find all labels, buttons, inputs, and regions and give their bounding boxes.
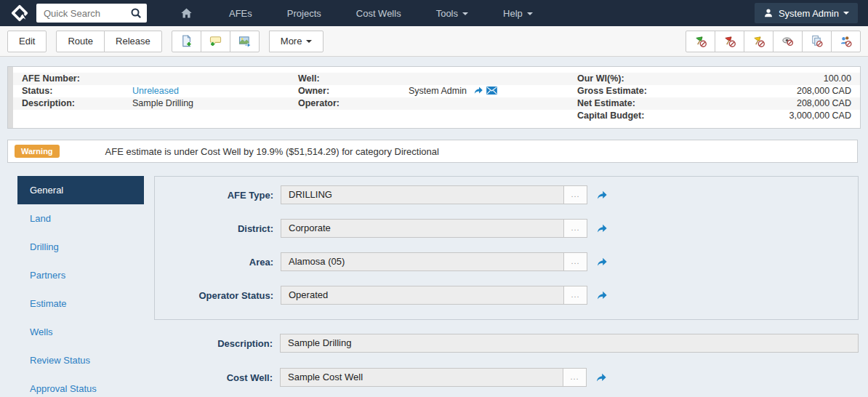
our-wi-value: 100.00	[699, 73, 851, 85]
partners-disabled-icon	[840, 35, 852, 47]
yellow-flag-disabled-icon	[752, 35, 765, 47]
chevron-down-icon	[527, 12, 533, 15]
sidebar-item-review-status[interactable]: Review Status	[17, 346, 144, 374]
email-owner-icon[interactable]	[486, 87, 497, 95]
warning-panel: Warning AFE estimate is under Cost Well …	[7, 140, 858, 163]
watch-disabled-icon	[781, 35, 794, 47]
cost-well-field-row: Cost Well: Sample Cost Well ...	[154, 368, 859, 387]
goto-area-icon[interactable]	[596, 256, 608, 268]
sidebar-item-general[interactable]: General	[17, 176, 144, 204]
status-label: Status:	[22, 85, 132, 97]
nav-item-help[interactable]: Help	[503, 8, 533, 19]
goto-district-icon[interactable]	[596, 222, 608, 234]
afe-number-label: AFE Number:	[22, 73, 132, 85]
summary-row: AFE Number: Well: Our WI(%): 100.00	[13, 73, 860, 85]
panel-left-strip	[8, 67, 13, 128]
description-input[interactable]: Sample Drilling	[280, 334, 859, 353]
afe-number-value	[132, 73, 298, 85]
sidebar-item-partners[interactable]: Partners	[17, 261, 144, 289]
sidebar-item-estimate[interactable]: Estimate	[17, 289, 144, 318]
copy-disabled-button[interactable]	[802, 31, 832, 52]
cost-well-lookup-button[interactable]: ...	[563, 368, 587, 387]
afe-type-lookup-button[interactable]: ...	[563, 185, 587, 204]
goto-cost-well-icon[interactable]	[595, 372, 607, 383]
area-label: Area:	[155, 257, 273, 268]
net-estimate-label: Net Estimate:	[577, 97, 699, 110]
add-document-button[interactable]	[172, 31, 201, 52]
chevron-down-icon	[462, 12, 468, 15]
operator-status-label: Operator Status:	[155, 290, 273, 301]
owner-value: System Admin	[409, 85, 577, 97]
description-label: Description:	[22, 97, 132, 110]
warning-message: AFE estimate is under Cost Well by 19.9%…	[105, 146, 439, 157]
operator-label: Operator:	[298, 97, 409, 110]
sidebar-item-approval-status[interactable]: Approval Status	[17, 374, 144, 397]
district-input[interactable]: Corporate	[281, 219, 564, 238]
status-unreleased-link[interactable]: Unreleased	[132, 86, 179, 96]
goto-owner-icon[interactable]	[473, 85, 483, 95]
district-label: District:	[155, 223, 273, 234]
summary-row: Status: Unreleased Owner: System Admin G…	[13, 85, 860, 97]
clear-green-flag-button[interactable]	[686, 31, 715, 52]
cost-well-input[interactable]: Sample Cost Well	[280, 368, 563, 387]
capital-budget-label: Capital Budget:	[577, 110, 699, 122]
stop-watching-button[interactable]	[773, 31, 803, 52]
home-icon[interactable]	[180, 7, 193, 19]
chevron-down-icon	[843, 12, 849, 15]
add-comment-button[interactable]	[201, 31, 230, 52]
sidebar-item-land[interactable]: Land	[17, 204, 144, 233]
green-flag-disabled-icon	[694, 35, 707, 47]
capital-budget-value: 3,000,000 CAD	[699, 110, 851, 122]
warning-badge: Warning	[15, 145, 60, 158]
user-icon	[763, 8, 773, 18]
user-name-label: System Admin	[779, 8, 839, 19]
operator-status-field-row: Operator Status: Operated ...	[155, 286, 858, 305]
action-toolbar: Edit Route Release	[0, 26, 868, 57]
release-button[interactable]: Release	[104, 31, 162, 52]
general-form-panel: AFE Type: DRILLING ... District: Corpora…	[154, 176, 859, 320]
afe-summary-panel: AFE Number: Well: Our WI(%): 100.00 Stat…	[7, 66, 861, 129]
clear-yellow-flag-button[interactable]	[744, 31, 773, 52]
description-value: Sample Drilling	[132, 97, 298, 110]
district-field-row: District: Corporate ...	[155, 219, 858, 238]
area-input[interactable]: Alamosa (05)	[281, 252, 564, 271]
clear-red-flag-button[interactable]	[715, 31, 744, 52]
search-icon[interactable]	[130, 7, 142, 19]
operator-status-lookup-button[interactable]: ...	[563, 286, 587, 305]
more-button[interactable]: More	[269, 31, 324, 52]
goto-afe-type-icon[interactable]	[596, 189, 608, 201]
description-field-row: Description: Sample Drilling	[154, 334, 859, 353]
sidebar-item-drilling[interactable]: Drilling	[17, 233, 144, 261]
afe-type-input[interactable]: DRILLING	[281, 185, 564, 204]
sidebar-item-wells[interactable]: Wells	[17, 318, 144, 346]
chevron-down-icon	[306, 40, 312, 43]
nav-item-tools[interactable]: Tools	[436, 8, 468, 19]
partners-disabled-button[interactable]	[831, 31, 861, 52]
app-logo-icon	[9, 4, 31, 23]
district-lookup-button[interactable]: ...	[563, 219, 587, 238]
nav-item-cost-wells[interactable]: Cost Wells	[356, 8, 401, 19]
our-wi-label: Our WI(%):	[577, 73, 699, 85]
gross-estimate-value: 208,000 CAD	[699, 85, 851, 97]
gross-estimate-label: Gross Estimate:	[577, 85, 699, 97]
nav-item-projects[interactable]: Projects	[287, 8, 321, 19]
goto-operator-status-icon[interactable]	[596, 289, 608, 301]
export-image-button[interactable]	[230, 31, 260, 52]
route-button[interactable]: Route	[56, 31, 105, 52]
add-comment-icon	[209, 35, 222, 47]
edit-button[interactable]: Edit	[7, 31, 47, 52]
export-image-icon	[238, 35, 251, 47]
owner-label: Owner:	[298, 85, 409, 97]
area-lookup-button[interactable]: ...	[563, 252, 587, 271]
well-label: Well:	[298, 73, 409, 85]
operator-status-input[interactable]: Operated	[281, 286, 564, 305]
user-menu-button[interactable]: System Admin	[755, 3, 858, 23]
operator-value	[409, 97, 577, 110]
copy-disabled-icon	[811, 35, 823, 47]
section-sidebar: General Land Drilling Partners Estimate …	[7, 176, 154, 397]
afe-type-field-row: AFE Type: DRILLING ...	[155, 185, 858, 204]
nav-item-afes[interactable]: AFEs	[229, 8, 252, 19]
summary-row: Description: Sample Drilling Operator: N…	[13, 97, 860, 110]
add-document-icon	[180, 35, 193, 47]
cost-well-label: Cost Well:	[154, 372, 273, 383]
